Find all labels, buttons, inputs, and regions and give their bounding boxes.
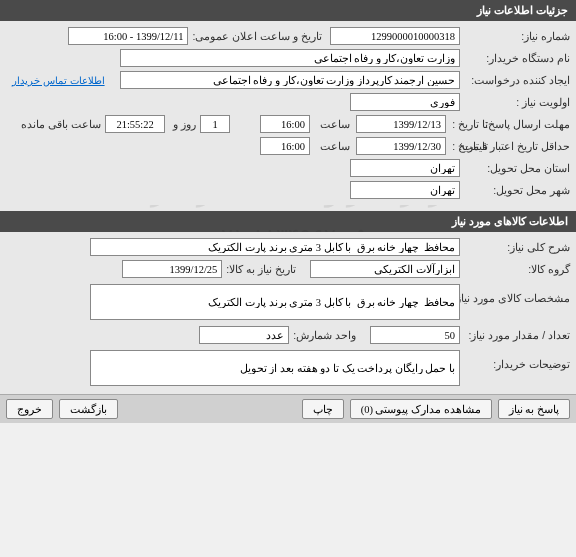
buyer-notes-label: توضیحات خریدار: bbox=[460, 350, 570, 370]
back-button[interactable]: بازگشت bbox=[59, 399, 118, 419]
row-qty: تعداد / مقدار مورد نیاز: واحد شمارش: bbox=[0, 324, 576, 346]
need-date-label: تاریخ نیاز به کالا: bbox=[222, 263, 296, 275]
need-info-body: شماره نیاز: تاریخ و ساعت اعلان عمومی: نا… bbox=[0, 21, 576, 205]
need-number-label: شماره نیاز: bbox=[460, 30, 570, 42]
goods-spec-label: مشخصات کالای مورد نیاز: bbox=[460, 284, 570, 304]
deadline-label: مهلت ارسال پاسخ: bbox=[488, 118, 570, 130]
to-date-label: تا تاریخ : bbox=[446, 118, 488, 130]
deadline-time-field[interactable] bbox=[260, 115, 310, 133]
need-desc-field[interactable] bbox=[90, 238, 460, 256]
min-validity-date-field[interactable] bbox=[356, 137, 446, 155]
days-label: روز و bbox=[169, 118, 196, 130]
qty-field[interactable] bbox=[370, 326, 460, 344]
goods-group-label: گروه کالا: bbox=[460, 263, 570, 275]
print-button[interactable]: چاپ bbox=[302, 399, 344, 419]
delivery-city-label: شهر محل تحویل: bbox=[460, 184, 570, 196]
priority-field[interactable] bbox=[350, 93, 460, 111]
min-validity-time-field[interactable] bbox=[260, 137, 310, 155]
respond-button[interactable]: پاسخ به نیاز bbox=[498, 399, 570, 419]
announce-label: تاریخ و ساعت اعلان عمومی: bbox=[188, 30, 322, 42]
min-validity-to-label: تا تاریخ : bbox=[446, 140, 488, 152]
row-need-desc: شرح کلی نیاز: bbox=[0, 236, 576, 258]
buyer-org-field[interactable] bbox=[120, 49, 460, 67]
unit-field[interactable] bbox=[199, 326, 289, 344]
deadline-date-field[interactable] bbox=[356, 115, 446, 133]
remaining-label: ساعت باقی مانده bbox=[17, 118, 101, 130]
row-buyer-org: نام دستگاه خریدار: bbox=[0, 47, 576, 69]
need-info-header: جزئیات اطلاعات نیاز bbox=[0, 0, 576, 21]
row-buyer-notes: توضیحات خریدار: bbox=[0, 346, 576, 390]
requester-field[interactable] bbox=[120, 71, 460, 89]
row-goods-group: گروه کالا: تاریخ نیاز به کالا: bbox=[0, 258, 576, 280]
goods-info-body: شرح کلی نیاز: گروه کالا: تاریخ نیاز به ک… bbox=[0, 232, 576, 394]
need-number-field[interactable] bbox=[330, 27, 460, 45]
row-requester: ایجاد کننده درخواست: اطلاعات تماس خریدار bbox=[0, 69, 576, 91]
button-bar: پاسخ به نیاز مشاهده مدارک پیوستی (0) چاپ… bbox=[0, 394, 576, 423]
buyer-notes-field[interactable] bbox=[90, 350, 460, 386]
days-field[interactable] bbox=[200, 115, 230, 133]
row-need-number: شماره نیاز: تاریخ و ساعت اعلان عمومی: bbox=[0, 25, 576, 47]
deadline-time-label: ساعت bbox=[316, 118, 350, 130]
delivery-province-label: استان محل تحویل: bbox=[460, 162, 570, 174]
countdown-field[interactable] bbox=[105, 115, 165, 133]
unit-label: واحد شمارش: bbox=[289, 329, 356, 341]
need-date-field[interactable] bbox=[122, 260, 222, 278]
min-validity-time-label: ساعت bbox=[316, 140, 350, 152]
delivery-province-field[interactable] bbox=[350, 159, 460, 177]
goods-info-header: اطلاعات کالاهای مورد نیاز bbox=[0, 211, 576, 232]
row-priority: اولویت نیاز : bbox=[0, 91, 576, 113]
attachments-button[interactable]: مشاهده مدارک پیوستی (0) bbox=[350, 399, 492, 419]
min-validity-label: حداقل تاریخ اعتبار قیمت: bbox=[488, 140, 570, 152]
qty-label: تعداد / مقدار مورد نیاز: bbox=[460, 329, 570, 341]
announce-field[interactable] bbox=[68, 27, 188, 45]
requester-label: ایجاد کننده درخواست: bbox=[460, 74, 570, 86]
row-delivery-city: شهر محل تحویل: bbox=[0, 179, 576, 201]
row-min-validity: حداقل تاریخ اعتبار قیمت: تا تاریخ : ساعت bbox=[0, 135, 576, 157]
row-delivery-province: استان محل تحویل: bbox=[0, 157, 576, 179]
goods-group-field[interactable] bbox=[310, 260, 460, 278]
contact-buyer-link[interactable]: اطلاعات تماس خریدار bbox=[12, 75, 105, 86]
goods-spec-field[interactable] bbox=[90, 284, 460, 320]
row-goods-spec: مشخصات کالای مورد نیاز: bbox=[0, 280, 576, 324]
priority-label: اولویت نیاز : bbox=[460, 96, 570, 108]
need-desc-label: شرح کلی نیاز: bbox=[460, 241, 570, 253]
row-deadline: مهلت ارسال پاسخ: تا تاریخ : ساعت روز و س… bbox=[0, 113, 576, 135]
exit-button[interactable]: خروج bbox=[6, 399, 53, 419]
buyer-org-label: نام دستگاه خریدار: bbox=[460, 52, 570, 64]
delivery-city-field[interactable] bbox=[350, 181, 460, 199]
